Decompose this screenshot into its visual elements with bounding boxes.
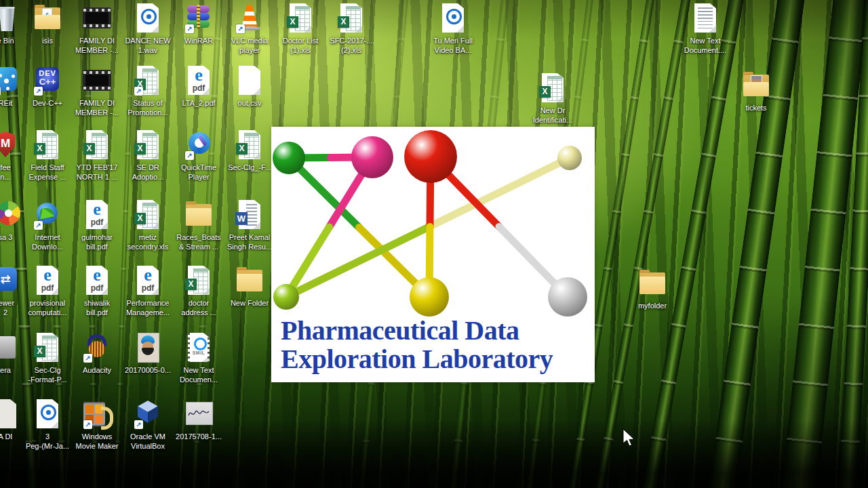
icon-label: Doctor List (1).xls xyxy=(283,36,319,56)
icon-label: New Dr Identificati... xyxy=(533,106,573,125)
folder-icon xyxy=(183,199,214,230)
excel-icon: X xyxy=(132,129,163,161)
icon-label: e Bin xyxy=(0,36,14,45)
desktop-icon-tu-meri-full-video[interactable]: Tu Meri Full Video BA... xyxy=(422,3,484,56)
icon-label: myfolder xyxy=(638,301,667,310)
shortcut-arrow-icon: ↗ xyxy=(185,151,194,160)
icon-label: Internet Downlo... xyxy=(32,232,63,252)
portrait-icon xyxy=(132,332,163,363)
wav-icon xyxy=(32,399,63,430)
shortcut-arrow-icon: ↗ xyxy=(34,87,43,96)
virtualbox-icon: ↗ xyxy=(132,399,163,430)
excel-icon: X xyxy=(32,129,63,161)
icon-label: Performance Manageme... xyxy=(126,298,170,318)
excel-icon: X xyxy=(132,199,163,230)
wav-icon xyxy=(437,3,469,34)
icon-label: Dev-C++ xyxy=(33,98,62,108)
icon-label: Tu Meri Full Video BA... xyxy=(433,36,473,56)
icon-label: DANCE NEW 1.wav xyxy=(125,36,170,56)
quicktime-icon: ↗ xyxy=(183,129,214,161)
icon-label: 20170005-0... xyxy=(125,365,171,375)
signature-icon xyxy=(183,399,214,430)
logo-title: Pharmaceutical Data Exploration Laborato… xyxy=(281,317,553,373)
excel-icon: X xyxy=(81,129,113,161)
icon-label: New Folder xyxy=(231,298,269,308)
icon-label: Races_Boats & Stream ... xyxy=(176,232,220,252)
desktop-icon-new-text-document-smil[interactable]: SMILNew Text Documen... xyxy=(168,332,229,385)
excel-icon: X xyxy=(234,129,265,161)
icon-label: metiz secondry.xls xyxy=(127,232,168,252)
icon-label: Windows Movie Maker xyxy=(76,432,119,451)
desktop-icon-tickets-folder[interactable]: tickets xyxy=(726,70,787,113)
icon-label: Audacity xyxy=(83,365,111,375)
desktop-icon-sfc-2017-xls[interactable]: XSFC-2017-... (2).xls xyxy=(321,3,382,56)
pdf-icon: epdf xyxy=(132,265,163,296)
icon-label: New Text Documen... xyxy=(180,365,218,385)
icon-label: Sec-Clg_-F... xyxy=(228,163,271,172)
icon-label: out,csv xyxy=(238,98,262,108)
moviemaker-icon: ↗ xyxy=(81,399,113,430)
pdf-icon: epdf xyxy=(32,265,63,296)
folder-icon xyxy=(637,268,668,299)
desktop-icon-myfolder[interactable]: myfolder xyxy=(622,268,683,310)
icon-label: isis xyxy=(42,36,53,45)
excel-icon: X↗ xyxy=(132,65,163,96)
excel-icon: X xyxy=(183,265,214,296)
desktop-icon-new-dr-identification-xls[interactable]: XNew Dr Identificati... xyxy=(522,73,583,125)
icon-label: Sec-Clg -Format-P... xyxy=(28,365,66,385)
pdf-icon: epdf xyxy=(81,265,113,296)
icon-label: FAMILY DI MEMBER -... xyxy=(75,98,119,118)
excel-icon: X xyxy=(32,332,63,363)
excel-icon: X xyxy=(336,3,367,34)
icon-label: sa 3 xyxy=(0,232,12,242)
icon-label: Status of Promotion... xyxy=(127,98,167,118)
icon-label: Oracle VM VirtualBox xyxy=(130,432,165,451)
shortcut-arrow-icon: ↗ xyxy=(185,24,194,33)
desktop-icon-signature-20175708[interactable]: 20175708-1... xyxy=(168,399,229,441)
shortcut-arrow-icon: ↗ xyxy=(0,87,1,96)
pdf-icon: epdf xyxy=(183,65,214,96)
film-icon xyxy=(81,3,113,34)
icon-label: era xyxy=(0,365,11,375)
blankfile-icon xyxy=(234,65,265,96)
icon-label: iewer 2 xyxy=(0,298,14,318)
shortcut-arrow-icon: ↗ xyxy=(236,24,245,33)
audacity-icon: ↗ xyxy=(81,332,113,363)
folder-photo-icon xyxy=(741,70,772,101)
folder-icon xyxy=(234,265,265,296)
idm-icon: ↗ xyxy=(32,199,63,230)
excel-icon: X xyxy=(285,3,316,34)
icon-label: YTD FEB'17 NORTH 1 ... xyxy=(77,163,118,182)
logo-title-line1: Pharmaceutical Data xyxy=(281,317,553,345)
icon-label: 20175708-1... xyxy=(176,432,222,441)
icon-label: QuickTime Player xyxy=(181,163,216,182)
icon-label: 3 Peg-(Mr-Ja... xyxy=(26,432,69,451)
desktop[interactable]: { "wallpaper": { "theme": "bamboo-forest… xyxy=(0,0,868,488)
textfile-icon xyxy=(690,3,721,34)
shortcut-arrow-icon: ↗ xyxy=(134,420,143,429)
folder-docs-icon: e xyxy=(32,3,63,34)
icon-label: A DI xyxy=(0,432,12,441)
shortcut-arrow-icon: ↗ xyxy=(34,221,43,230)
icon-label: FAMILY DI MEMBER -... xyxy=(75,36,119,56)
pdf-icon: epdf xyxy=(81,199,113,230)
devcpp-icon: DEVC++↗ xyxy=(32,65,63,96)
wav-icon xyxy=(132,3,163,34)
logo-title-line2: Exploration Laboratory xyxy=(281,345,553,373)
desktop-icon-out-csv[interactable]: out,csv xyxy=(219,65,280,108)
shortcut-arrow-icon: ↗ xyxy=(83,420,92,429)
vlc-icon: ↗ xyxy=(234,3,265,34)
icon-label: WinRAR xyxy=(184,36,213,45)
winrar-icon: ↗ xyxy=(183,3,214,34)
icon-label: Field Staff Expense ... xyxy=(28,163,66,182)
film-icon xyxy=(81,65,113,96)
shortcut-arrow-icon: ↗ xyxy=(134,87,143,96)
icon-label: LTA_2.pdf xyxy=(182,98,215,108)
icon-label: New Text Document.... xyxy=(684,36,726,56)
desktop-icon-new-text-document-1[interactable]: New Text Document.... xyxy=(675,3,736,56)
icon-label: VLC media player xyxy=(231,36,268,56)
shortcut-arrow-icon: ↗ xyxy=(83,354,92,363)
mouse-cursor xyxy=(623,428,637,451)
logo-panel: Pharmaceutical Data Exploration Laborato… xyxy=(271,127,595,382)
icon-label: Preet Kamal Singh Resu... xyxy=(227,232,272,252)
